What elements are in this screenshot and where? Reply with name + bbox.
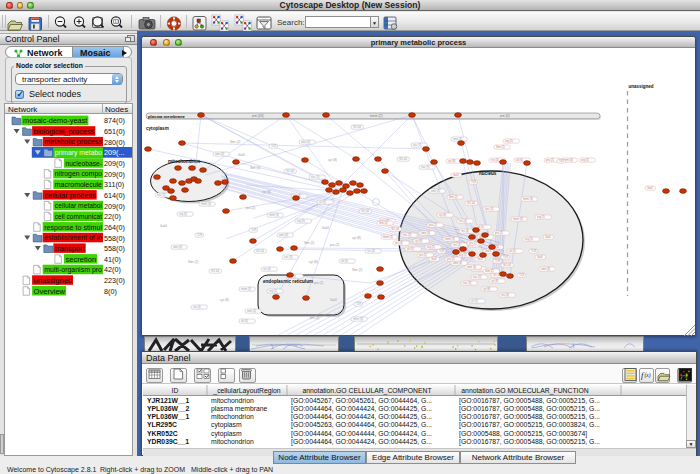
svg-text:Sim (2): Sim (2) bbox=[250, 166, 260, 170]
svg-text:614(0): 614(0) bbox=[104, 191, 125, 200]
svg-text:res (4): res (4) bbox=[491, 158, 499, 162]
svg-text:res (4): res (4) bbox=[501, 293, 509, 297]
svg-text:GO-44: GO-44 bbox=[391, 227, 400, 231]
svg-text:YKR052C: YKR052C bbox=[147, 430, 178, 437]
svg-text:nuc (3): nuc (3) bbox=[157, 193, 165, 197]
svg-text:biological_process: biological_process bbox=[34, 127, 95, 136]
svg-text:Gal4: Gal4 bbox=[330, 298, 337, 302]
svg-text:org (5): org (5) bbox=[459, 253, 467, 257]
svg-text:Sim (2): Sim (2) bbox=[304, 241, 314, 245]
svg-text:establishment of lo: establishment of lo bbox=[44, 233, 102, 242]
svg-text:[GO:0045263, GO:0044464, GO:00: [GO:0045263, GO:0044464, GO:0044425, G..… bbox=[291, 421, 432, 429]
svg-text:org (5): org (5) bbox=[537, 215, 545, 219]
svg-text:mem (3): mem (3) bbox=[269, 213, 279, 217]
svg-text:GO-44: GO-44 bbox=[399, 157, 408, 161]
svg-text:YLR: YLR bbox=[439, 249, 444, 253]
svg-text:ame (4): ame (4) bbox=[421, 231, 430, 235]
svg-text:alt (6): alt (6) bbox=[341, 259, 348, 263]
svg-text:nucleus: nucleus bbox=[479, 171, 497, 176]
svg-text:nuc (3): nuc (3) bbox=[485, 207, 493, 211]
svg-text:GO-44: GO-44 bbox=[361, 209, 370, 213]
svg-text:YLR: YLR bbox=[519, 273, 524, 277]
svg-text:mem (3): mem (3) bbox=[201, 202, 211, 206]
svg-text:nuc (3): nuc (3) bbox=[311, 175, 319, 179]
svg-text:209(0): 209(0) bbox=[104, 202, 125, 211]
svg-text:cytoplasm: cytoplasm bbox=[211, 421, 242, 429]
svg-text:YPL036W__1: YPL036W__1 bbox=[147, 413, 190, 420]
svg-text:ame (4): ame (4) bbox=[215, 152, 224, 156]
svg-text:Sim (2): Sim (2) bbox=[230, 140, 240, 144]
svg-text:cyt (8): cyt (8) bbox=[352, 236, 361, 240]
svg-text:macromolecule: macromolecule bbox=[55, 180, 102, 189]
svg-text:YDR039C__1: YDR039C__1 bbox=[147, 438, 189, 445]
svg-text:primary metabo: primary metabo bbox=[55, 148, 102, 157]
svg-text:alt (6): alt (6) bbox=[407, 247, 414, 251]
svg-text:Gal4: Gal4 bbox=[160, 224, 167, 228]
svg-text:org (5): org (5) bbox=[427, 245, 435, 249]
svg-text:cyt (8): cyt (8) bbox=[491, 279, 499, 283]
svg-text:311(0): 311(0) bbox=[104, 180, 124, 189]
svg-text:YJR121W__1: YJR121W__1 bbox=[147, 397, 190, 404]
svg-text:cyt (8): cyt (8) bbox=[415, 239, 423, 243]
svg-text:YLR: YLR bbox=[251, 228, 256, 232]
svg-text:ame (4): ame (4) bbox=[431, 189, 440, 193]
svg-text:org (5): org (5) bbox=[297, 219, 305, 223]
svg-text:org (5): org (5) bbox=[269, 289, 277, 293]
svg-text:YLR295C: YLR295C bbox=[147, 421, 177, 428]
svg-text:YLR: YLR bbox=[559, 159, 564, 163]
svg-text:res (4): res (4) bbox=[367, 249, 375, 253]
svg-text:GO-44: GO-44 bbox=[286, 169, 295, 173]
svg-text:mem (3): mem (3) bbox=[383, 235, 393, 239]
svg-text:mem (3): mem (3) bbox=[445, 237, 455, 241]
svg-text:res (4): res (4) bbox=[193, 305, 201, 309]
svg-text:pm (44): pm (44) bbox=[252, 114, 264, 118]
svg-text:mitochondrion: mitochondrion bbox=[211, 397, 254, 404]
svg-text:8(0): 8(0) bbox=[104, 287, 117, 296]
svg-text:[GO:0016787, GO:0005488, GO:00: [GO:0016787, GO:0005488, GO:0005215, G..… bbox=[459, 405, 600, 413]
svg-text:pro (2): pro (2) bbox=[469, 241, 477, 245]
svg-text:cytoplasm: cytoplasm bbox=[211, 430, 242, 438]
svg-text:[GO:0016787, GO:0005488, GO:00: [GO:0016787, GO:0005488, GO:0005215, G..… bbox=[459, 397, 600, 405]
svg-text:pro (2): pro (2) bbox=[419, 253, 427, 257]
svg-text:558(0): 558(0) bbox=[104, 244, 125, 253]
svg-text:pro (2): pro (2) bbox=[330, 243, 339, 247]
svg-text:mem (3): mem (3) bbox=[513, 217, 523, 221]
svg-text:endoplasmic reticulum: endoplasmic reticulum bbox=[263, 279, 313, 284]
svg-text:Overview: Overview bbox=[34, 287, 66, 296]
svg-text:558(0): 558(0) bbox=[104, 234, 125, 243]
svg-text:res (4): res (4) bbox=[453, 243, 461, 247]
svg-text:[GO:0044464, GO:0044424, GO:00: [GO:0044464, GO:0044424, GO:0044425, G..… bbox=[291, 413, 432, 421]
svg-text:alt (6): alt (6) bbox=[509, 249, 516, 253]
svg-text:ame (4): ame (4) bbox=[541, 267, 550, 271]
svg-text:mitochondrion: mitochondrion bbox=[168, 159, 200, 164]
svg-text:res (4): res (4) bbox=[263, 267, 271, 271]
svg-text:280(0): 280(0) bbox=[104, 138, 125, 147]
svg-text:mem (3): mem (3) bbox=[353, 317, 363, 321]
svg-text:cell communicat: cell communicat bbox=[55, 212, 102, 221]
svg-text:YLR: YLR bbox=[271, 144, 276, 148]
svg-text:Gal4: Gal4 bbox=[647, 186, 653, 190]
svg-text:651(0): 651(0) bbox=[104, 127, 125, 136]
svg-text:mosaic-demo-yeast: mosaic-demo-yeast bbox=[23, 116, 87, 125]
svg-text:plasma membrane: plasma membrane bbox=[148, 114, 185, 119]
svg-text:Gal4: Gal4 bbox=[453, 173, 459, 177]
svg-text:metabolic process: metabolic process bbox=[44, 137, 102, 146]
svg-text:mitochondrion: mitochondrion bbox=[211, 438, 254, 445]
svg-text:264(0): 264(0) bbox=[104, 223, 125, 232]
svg-text:YLR: YLR bbox=[471, 180, 476, 184]
svg-text:res (4): res (4) bbox=[395, 241, 403, 245]
svg-text:annotation.GO MOLECULAR_FUNCTI: annotation.GO MOLECULAR_FUNCTION bbox=[461, 387, 588, 395]
svg-text:org (5): org (5) bbox=[179, 212, 187, 216]
svg-text:transport: transport bbox=[55, 244, 85, 253]
svg-text:nuc (3): nuc (3) bbox=[284, 255, 292, 259]
svg-text:42(0): 42(0) bbox=[104, 265, 121, 274]
svg-text:209(0): 209(0) bbox=[104, 170, 125, 179]
svg-text:cyt (8): cyt (8) bbox=[439, 213, 447, 217]
svg-text:pm (6): pm (6) bbox=[500, 114, 510, 118]
svg-text:alt (6): alt (6) bbox=[516, 158, 523, 162]
svg-text:alt (6): alt (6) bbox=[319, 200, 326, 204]
svg-text:res (4): res (4) bbox=[461, 229, 469, 233]
svg-text:nuc (3): nuc (3) bbox=[463, 281, 471, 285]
svg-text:nucleobase-: nucleobase- bbox=[65, 159, 102, 168]
svg-text:Gal4: Gal4 bbox=[322, 226, 329, 230]
